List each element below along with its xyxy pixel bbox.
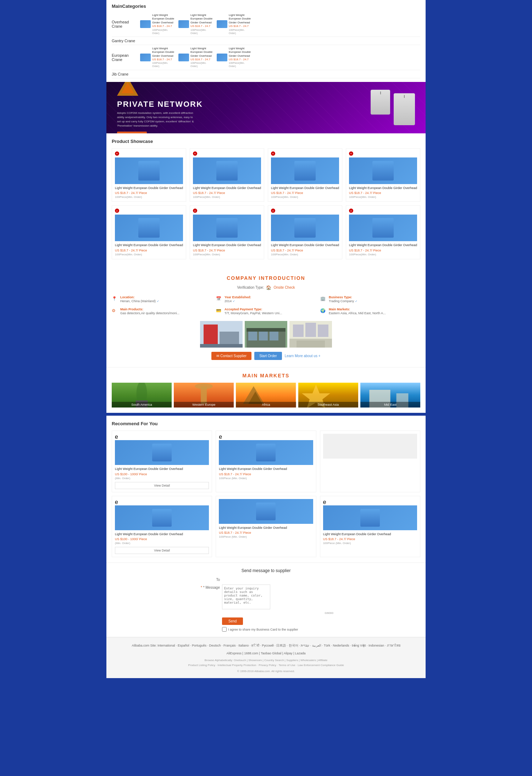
cat-product-3[interactable]: Light Weight European Double Girder Over… xyxy=(217,13,252,35)
svg-rect-12 xyxy=(293,325,304,337)
showcase-product-8[interactable]: e Light Weight European Double Girder Ov… xyxy=(346,205,420,259)
showcase-price-3: US $18.7 - 24.7/ Piece xyxy=(271,191,339,195)
cat-product-info-1: Light Weight European Double Girder Over… xyxy=(152,13,176,35)
rec-product-2[interactable]: e Light Weight European Double Girder Ov… xyxy=(216,431,316,492)
location-label: Location: xyxy=(120,295,159,299)
showcase-moq-6: 100Piece(Min. Order) xyxy=(193,253,261,256)
rec-logo-1: e xyxy=(115,434,209,440)
rec-price-2: US $18.7 - 24.7/ Piece xyxy=(219,472,313,476)
markets-grid: South America Western Europe xyxy=(112,383,420,408)
market-western-europe-label: Western Europe xyxy=(174,402,234,408)
market-southeast-asia-label: Southeast Asia xyxy=(298,402,358,408)
market-western-europe[interactable]: Western Europe xyxy=(174,383,234,408)
banner-description: Adopts COFDM modulation system, with exc… xyxy=(117,111,195,128)
markets-content: Main Markets: Eastern Asia, Africa, Mid … xyxy=(329,307,386,316)
payment-value: T/T, MoneyGram, PayPal, Western Uni... xyxy=(225,311,282,316)
showcase-product-6[interactable]: e Light Weight European Double Girder Ov… xyxy=(190,205,264,259)
business-label: Business Type: xyxy=(329,295,358,299)
rec-view-btn-1[interactable]: View Detail xyxy=(115,482,209,489)
rec-product-4[interactable]: e Light Weight European Double Girder Ov… xyxy=(112,496,212,558)
category-name-gantry[interactable]: Gantry Crane xyxy=(112,39,140,43)
showcase-logo-row-7: e xyxy=(271,209,339,213)
detail-products: Main Products: Gas detectors,Air quality… xyxy=(112,307,212,316)
start-order-button[interactable]: Start Order xyxy=(254,352,282,360)
showcase-product-2[interactable]: e Light Weight European Double Girder Ov… xyxy=(190,148,264,202)
banner-device-2 xyxy=(394,93,415,125)
rec-product-6[interactable]: e Light Weight European Double Girder Ov… xyxy=(320,496,420,558)
rec-title-4: Light Weight European Double Girder Over… xyxy=(115,532,209,537)
category-name-european[interactable]: European Crane xyxy=(112,53,140,62)
send-button[interactable]: Send xyxy=(222,617,243,625)
message-textarea[interactable] xyxy=(222,584,270,609)
svg-rect-9 xyxy=(270,332,278,340)
market-mid-east[interactable]: Mid East xyxy=(360,383,420,408)
showcase-price-2: US $18.7 - 24.7/ Piece xyxy=(193,191,261,195)
business-card-checkbox[interactable] xyxy=(222,627,227,632)
showcase-title-7: Light Weight European Double Girder Over… xyxy=(271,243,339,248)
message-title: Send message to supplier xyxy=(112,568,420,573)
banner-title: PRIVATE NETWORK xyxy=(117,100,360,109)
rec-moq-5: 100Piece (Min. Order) xyxy=(219,535,313,538)
company-intro-title: COMPANY INTRODUCTION xyxy=(112,275,420,281)
showcase-product-3[interactable]: e Light Weight European Double Girder Ov… xyxy=(268,148,342,202)
rec-view-btn-4[interactable]: View Detail xyxy=(115,547,209,554)
rec-img-inner-1 xyxy=(152,444,172,461)
showcase-img-5 xyxy=(115,215,183,241)
showcase-product-7[interactable]: e Light Weight European Double Girder Ov… xyxy=(268,205,342,259)
building-icon xyxy=(320,295,327,302)
cat-product-2[interactable]: Light Weight European Double Girder Over… xyxy=(178,13,214,35)
cat-product-thumb-eu-1 xyxy=(140,54,151,61)
brand-logo-6: e xyxy=(193,209,197,213)
cat-product-eu-1[interactable]: Light Weight European Double Girder Over… xyxy=(140,47,176,68)
learn-more-button[interactable]: Learn More about us + xyxy=(285,354,321,358)
showcase-title-2: Light Weight European Double Girder Over… xyxy=(193,186,261,190)
showcase-img-inner-4 xyxy=(372,161,394,181)
rec-product-5[interactable]: Light Weight European Double Girder Over… xyxy=(216,496,316,558)
office-svg xyxy=(289,321,332,348)
banner-learn-more-button[interactable]: LEARN MORE xyxy=(117,132,147,133)
category-name-jib[interactable]: Jib Crane xyxy=(112,72,140,76)
cat-product-thumb-2 xyxy=(178,20,189,28)
category-name-overhead[interactable]: Overhead Crane xyxy=(112,20,140,28)
location-icon xyxy=(112,295,118,302)
banner-device-1 xyxy=(371,90,390,115)
onsite-check-link[interactable]: Onsite Check xyxy=(273,286,295,289)
rec-img-6 xyxy=(323,505,417,530)
brand-logo-8: e xyxy=(349,209,353,213)
showcase-product-5[interactable]: e Light Weight European Double Girder Ov… xyxy=(112,205,186,259)
detail-markets: Main Markets: Eastern Asia, Africa, Mid … xyxy=(320,307,420,316)
company-details-grid: Location: Henan, China (Mainland) ✓ Year… xyxy=(112,295,420,316)
detail-year: Year Established: 2014 ✓ xyxy=(216,295,316,304)
cat-product-eu-3[interactable]: Light Weight European Double Girder Over… xyxy=(217,47,252,68)
showcase-price-4: US $18.7 - 24.7/ Piece xyxy=(349,191,417,195)
footer-site-links: Alibaba.com Site: International · Españo… xyxy=(112,643,420,648)
market-africa[interactable]: Africa xyxy=(236,383,296,408)
market-mid-east-label: Mid East xyxy=(360,402,420,408)
category-row-european: European Crane Light Weight European Dou… xyxy=(112,45,420,70)
business-card-label: I agree to share my Business Card to the… xyxy=(228,628,298,631)
category-row-gantry: Gantry Crane xyxy=(112,37,420,45)
rec-img-2 xyxy=(219,440,313,465)
brand-logo-1: e xyxy=(115,151,119,156)
cat-product-thumb-eu-3 xyxy=(217,54,227,61)
cat-product-eu-2[interactable]: Light Weight European Double Girder Over… xyxy=(178,47,214,68)
cat-product-1[interactable]: Light Weight European Double Girder Over… xyxy=(140,13,176,35)
showcase-product-4[interactable]: e Light Weight European Double Girder Ov… xyxy=(346,148,420,202)
market-south-america[interactable]: South America xyxy=(112,383,172,408)
year-value: 2014 ✓ xyxy=(225,299,251,304)
rec-product-1[interactable]: e Light Weight European Double Girder Ov… xyxy=(112,431,212,492)
showcase-moq-1: 100Piece(Min. Order) xyxy=(115,195,183,199)
showcase-price-1: US $18.7 - 24.7/ Piece xyxy=(115,191,183,195)
showcase-img-2 xyxy=(193,157,261,184)
showcase-img-inner-2 xyxy=(216,161,238,181)
rec-logo-2: e xyxy=(219,434,313,440)
category-row-jib: Jib Crane xyxy=(112,70,420,78)
svg-rect-6 xyxy=(246,328,286,332)
markets-icon xyxy=(320,307,327,314)
company-intro-section: COMPANY INTRODUCTION Verification Type: … xyxy=(106,268,426,367)
rec-product-3[interactable] xyxy=(320,431,420,492)
market-southeast-asia[interactable]: Southeast Asia xyxy=(298,383,358,408)
showcase-product-1[interactable]: e Light Weight European Double Girder Ov… xyxy=(112,148,186,202)
message-section: Send message to supplier To * * Message … xyxy=(106,562,426,637)
contact-supplier-button[interactable]: ✉ Contact Supplier xyxy=(211,352,251,360)
